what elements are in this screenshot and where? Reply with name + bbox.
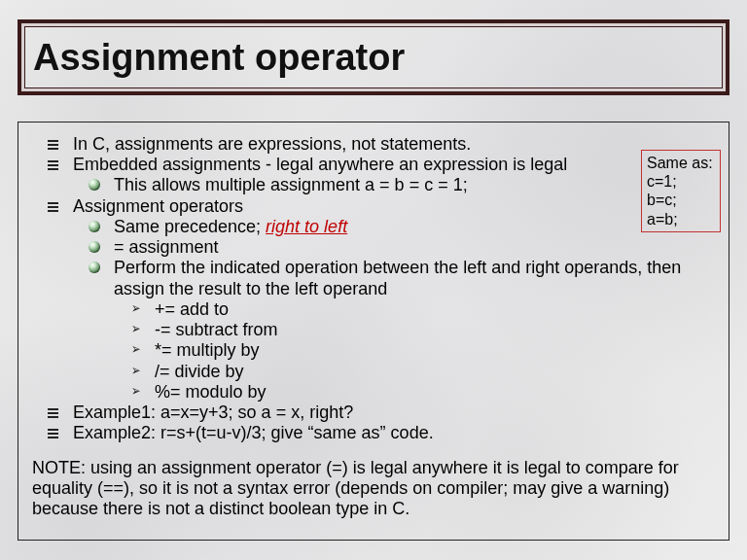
note-text: NOTE: using an assignment operator (=) i… (32, 458, 715, 520)
item-text: Assignment operators (73, 196, 243, 216)
list-item: Embedded assignments - legal anywhere an… (32, 155, 715, 195)
item-text: Same precedence; (114, 217, 266, 236)
item-text: Perform the indicated operation between … (114, 258, 681, 298)
list-item: Assignment operators Same precedence; ri… (32, 196, 715, 402)
list-item: Example2: r=s+(t=u-v)/3; give “same as” … (32, 423, 715, 443)
list-item: Perform the indicated operation between … (73, 258, 715, 402)
list-item: *= multiply by (114, 340, 715, 361)
list-item: In C, assignments are expressions, not s… (32, 134, 715, 155)
list-item: %= modulo by (114, 382, 715, 402)
list-item: /= divide by (114, 362, 715, 382)
list-item: = assignment (73, 237, 715, 258)
emphasis-text: right to left (266, 217, 347, 236)
list-item: Same precedence; right to left (73, 217, 715, 237)
list-item: += add to (114, 299, 715, 320)
list-item: -= subtract from (114, 320, 715, 340)
list-item: Example1: a=x=y+3; so a = x, right? (32, 402, 715, 423)
bullet-list: In C, assignments are expressions, not s… (32, 134, 715, 444)
content-frame: Same as: c=1; b=c; a=b; In C, assignment… (18, 122, 729, 541)
list-item: This allows multiple assignment a = b = … (73, 175, 715, 195)
item-text: Embedded assignments - legal anywhere an… (73, 155, 567, 174)
title-frame: Assignment operator (18, 19, 729, 95)
slide-title: Assignment operator (33, 37, 405, 79)
